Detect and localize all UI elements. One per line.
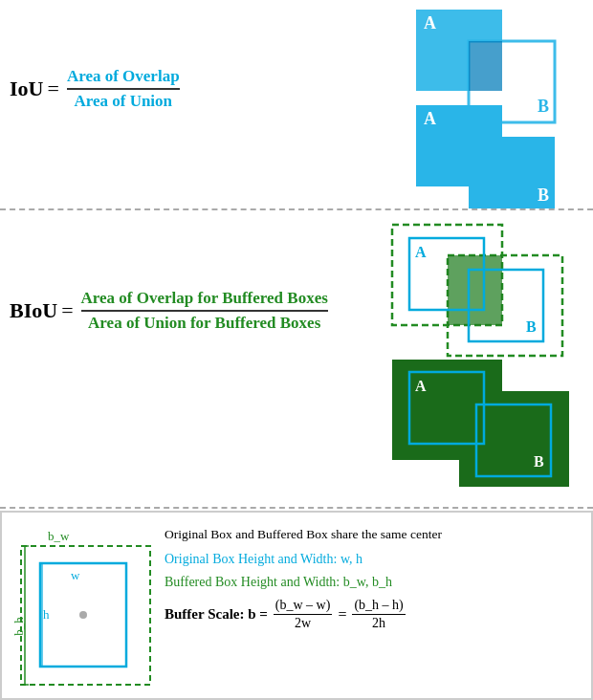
page: IoU = Area of Overlap Area of Union A B [0,0,593,700]
buffer-buffered-label: Buffered Box Height and Width: b_w, b_h [165,575,442,590]
svg-text:b_w: b_w [48,529,70,543]
iou-numerator: Area of Overlap [67,67,180,90]
svg-text:B: B [526,318,537,335]
buffer-scale-text: Buffer Scale: b = [165,606,268,623]
svg-text:A: A [424,109,436,128]
biou-overlap-svg: A B [383,217,574,361]
svg-text:w: w [71,568,80,582]
buffer-fraction-2: (b_h – h) 2h [352,598,405,631]
iou-fraction: Area of Overlap Area of Union [67,67,180,111]
biou-union-diagram: A B [383,355,574,497]
biou-denominator: Area of Union for Buffered Boxes [88,312,320,333]
buffer-frac2-den: 2h [370,615,387,631]
svg-text:h: h [43,607,50,622]
biou-formula: BIoU = Area of Overlap for Buffered Boxe… [10,289,332,333]
biou-fraction: Area of Overlap for Buffered Boxes Area … [81,289,328,333]
iou-union-diagram: A B [397,100,564,214]
biou-numerator: Area of Overlap for Buffered Boxes [81,289,328,312]
svg-text:b_h: b_h [11,617,26,636]
buffer-fraction-1: (b_w – w) 2w [274,598,333,631]
biou-overlap-diagram: A B [383,217,574,364]
buffer-scale-formula: Buffer Scale: b = (b_w – w) 2w = (b_h – … [165,598,442,631]
buffer-equals-2: = [338,606,346,623]
svg-rect-4 [469,41,502,91]
buffer-svg: b_w b_h w h [11,527,160,694]
iou-equals: = [47,77,58,101]
svg-text:A: A [415,244,427,260]
svg-rect-11 [448,255,502,325]
buffer-text: Original Box and Buffered Box share the … [165,527,442,631]
buffer-title: Original Box and Buffered Box share the … [165,527,442,542]
svg-text:B: B [534,453,544,470]
buffer-frac2-num: (b_h – h) [352,598,405,615]
svg-text:A: A [415,378,427,394]
iou-denominator: Area of Union [74,90,172,111]
biou-union-svg: A B [383,355,574,493]
buffer-frac1-den: 2w [293,615,313,631]
svg-text:A: A [424,13,436,33]
biou-equals: = [61,298,73,323]
iou-union-svg: A B [397,100,564,210]
svg-text:B: B [538,186,549,205]
iou-section: IoU = Area of Overlap Area of Union A B [0,0,593,210]
buffer-frac1-num: (b_w – w) [274,598,333,615]
biou-section: BIoU = Area of Overlap for Buffered Boxe… [0,212,593,509]
svg-point-28 [79,611,87,619]
buffer-diagram: b_w b_h w h [11,527,160,698]
biou-label: BIoU [10,298,57,323]
iou-formula: IoU = Area of Overlap Area of Union [10,67,184,111]
buffer-original-label: Original Box Height and Width: w, h [165,552,442,567]
buffer-section: b_w b_h w h [0,511,593,700]
iou-label: IoU [10,77,43,101]
